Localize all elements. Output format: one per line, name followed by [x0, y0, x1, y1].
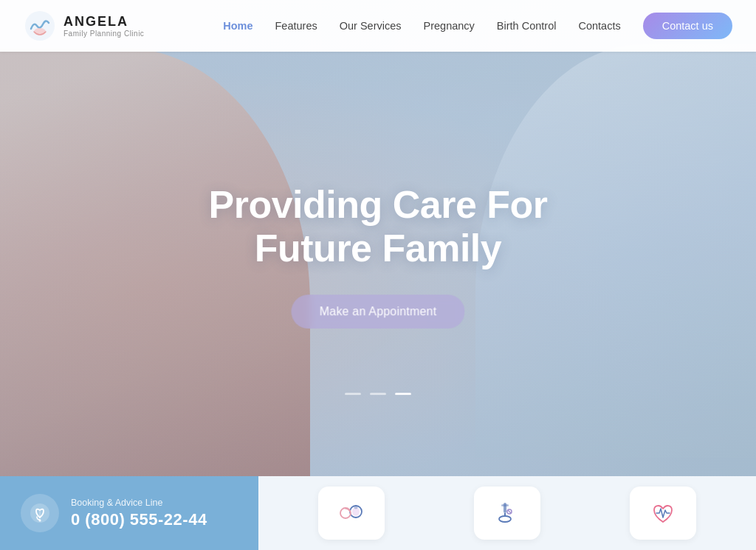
bottom-bar: Booking & Advice Line 0 (800) 555-22-44	[0, 476, 756, 550]
slider-dot-1[interactable]	[345, 393, 361, 395]
nav-features[interactable]: Features	[275, 20, 317, 32]
booking-block: Booking & Advice Line 0 (800) 555-22-44	[0, 476, 258, 550]
nav-birth-control[interactable]: Birth Control	[497, 20, 557, 32]
booking-phone: 0 (800) 555-22-44	[71, 510, 207, 529]
lab-icon	[491, 497, 523, 529]
service-card-lab[interactable]	[474, 487, 540, 540]
appointment-button[interactable]: Make an Appointment	[292, 295, 465, 329]
pregnancy-icon	[335, 497, 368, 529]
booking-label: Booking & Advice Line	[71, 498, 207, 508]
slider-dots	[345, 393, 411, 395]
slider-dot-2[interactable]	[370, 393, 386, 395]
nav-contacts[interactable]: Contacts	[578, 20, 620, 32]
logo-icon	[24, 10, 56, 42]
svg-point-11	[499, 516, 511, 522]
service-card-health[interactable]	[630, 487, 696, 540]
contact-us-button[interactable]: Contact us	[643, 13, 732, 39]
logo[interactable]: ANGELA Family Planning Clinic	[24, 10, 149, 42]
phone-medical-icon	[29, 502, 51, 524]
service-card-pregnancy[interactable]	[318, 487, 385, 540]
svg-point-0	[25, 11, 55, 41]
booking-icon-wrap	[21, 494, 59, 532]
svg-point-8	[354, 506, 357, 509]
hero-section: Providing Care For Future Family Make an…	[0, 0, 756, 476]
booking-info: Booking & Advice Line 0 (800) 555-22-44	[71, 498, 207, 529]
hero-title: Providing Care For Future Family	[208, 183, 547, 272]
header: ANGELA Family Planning Clinic Home Featu…	[0, 0, 756, 52]
svg-line-14	[508, 510, 511, 513]
svg-rect-10	[501, 504, 509, 506]
svg-point-4	[39, 520, 41, 522]
logo-text: ANGELA Family Planning Clinic	[63, 14, 144, 38]
svg-point-7	[340, 508, 351, 518]
slider-dot-3[interactable]	[395, 393, 411, 395]
nav-services[interactable]: Our Services	[340, 20, 402, 32]
heartbeat-icon	[647, 497, 679, 529]
nav-home[interactable]: Home	[223, 20, 252, 32]
nav-pregnancy[interactable]: Pregnancy	[424, 20, 475, 32]
services-strip	[258, 476, 756, 550]
hero-content: Providing Care For Future Family Make an…	[208, 183, 547, 329]
main-nav: Home Features Our Services Pregnancy Bir…	[223, 13, 732, 39]
